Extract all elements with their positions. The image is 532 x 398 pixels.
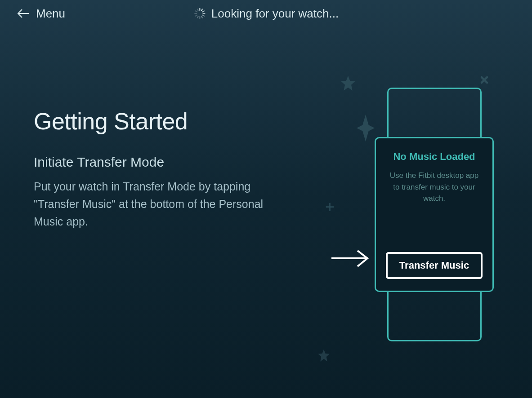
- menu-back-button[interactable]: Menu: [17, 7, 65, 21]
- status-text: Looking for your watch...: [211, 7, 339, 21]
- page-title: Getting Started: [34, 108, 286, 135]
- watch-band-top: [387, 88, 482, 137]
- section-subtitle: Initiate Transfer Mode: [34, 155, 286, 170]
- status-indicator: Looking for your watch...: [193, 7, 339, 21]
- pointer-arrow-icon: [330, 248, 370, 269]
- menu-label: Menu: [36, 7, 65, 21]
- watch-button-label: Transfer Music: [399, 260, 469, 271]
- svg-line-12: [197, 9, 198, 11]
- plus-icon: +: [325, 198, 335, 217]
- watch-screen-description: Use the Fitbit desktop app to transfer m…: [387, 170, 482, 204]
- svg-line-2: [201, 9, 202, 11]
- header: Menu Looking fo: [0, 0, 532, 27]
- watch-band-bottom: [387, 292, 482, 341]
- svg-line-6: [201, 16, 202, 18]
- watch-transfer-music-button: Transfer Music: [386, 252, 483, 279]
- section-description: Put your watch in Transfer Mode by tappi…: [34, 178, 286, 230]
- back-arrow-icon: [17, 7, 30, 20]
- spinner-icon: [193, 7, 206, 20]
- watch-device: No Music Loaded Use the Fitbit desktop a…: [375, 88, 494, 341]
- star-icon: [339, 74, 358, 93]
- sparkle-icon: [357, 115, 375, 142]
- svg-line-5: [202, 15, 204, 16]
- svg-line-8: [197, 16, 198, 18]
- watch-screen-title: No Music Loaded: [393, 151, 475, 163]
- svg-line-9: [195, 15, 197, 16]
- sparkle-icon: [476, 72, 493, 88]
- svg-line-11: [195, 11, 197, 12]
- star-icon: [316, 348, 331, 363]
- watch-face: No Music Loaded Use the Fitbit desktop a…: [375, 137, 494, 292]
- watch-illustration: + No Music Loaded Use the Fitbit desktop…: [291, 74, 507, 344]
- svg-line-3: [202, 11, 204, 12]
- text-column: Getting Started Initiate Transfer Mode P…: [34, 108, 286, 230]
